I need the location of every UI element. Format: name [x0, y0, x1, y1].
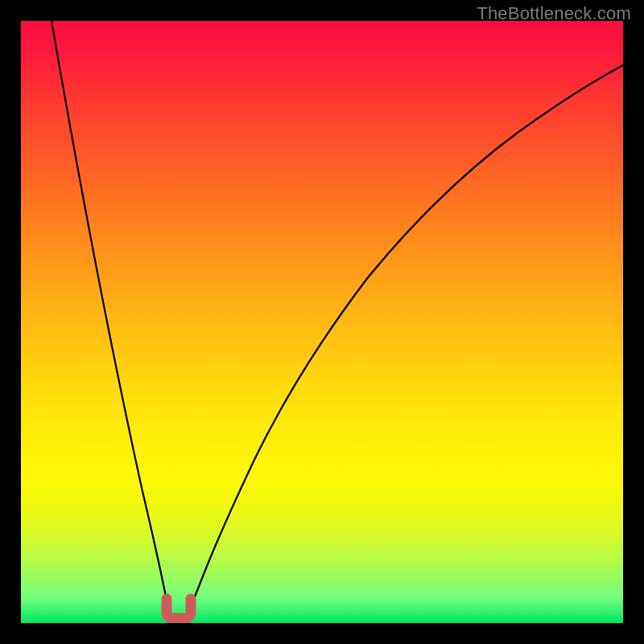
- chart-frame: TheBottleneck.com: [0, 0, 644, 644]
- plot-area: [21, 21, 623, 623]
- curve-layer: [21, 21, 623, 623]
- optimal-marker: [167, 599, 191, 618]
- curve-left-branch: [52, 21, 170, 609]
- curve-right-branch: [190, 65, 623, 609]
